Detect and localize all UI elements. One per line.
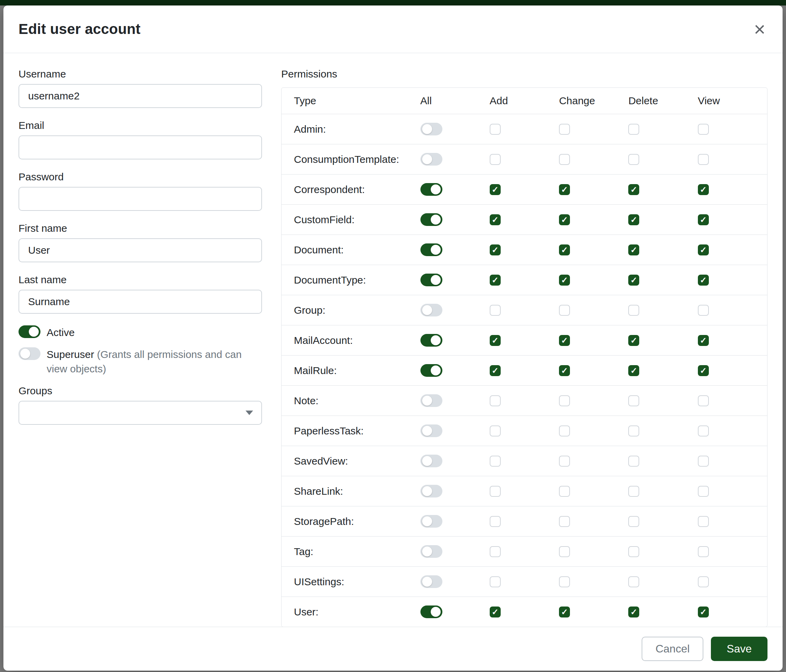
view-permission-checkbox[interactable]: ✓ (698, 184, 709, 195)
view-permission-checkbox[interactable]: ✓ (698, 606, 709, 617)
first-name-input[interactable] (19, 238, 262, 262)
change-permission-checkbox[interactable] (559, 456, 570, 466)
change-permission-checkbox[interactable] (559, 546, 570, 557)
add-permission-checkbox[interactable] (490, 546, 501, 557)
all-permissions-toggle[interactable] (420, 575, 442, 588)
view-permission-checkbox[interactable] (698, 456, 709, 466)
add-permission-checkbox[interactable]: ✓ (490, 606, 501, 617)
all-permissions-toggle[interactable] (420, 485, 442, 498)
view-permission-checkbox[interactable] (698, 124, 709, 135)
change-permission-checkbox[interactable] (559, 516, 570, 527)
all-permissions-toggle[interactable] (420, 334, 442, 347)
all-permissions-toggle[interactable] (420, 304, 442, 316)
add-permission-checkbox[interactable]: ✓ (490, 214, 501, 225)
add-permission-checkbox[interactable] (490, 486, 501, 497)
email-input[interactable] (19, 135, 262, 159)
add-permission-checkbox[interactable] (490, 395, 501, 406)
view-permission-checkbox[interactable] (698, 305, 709, 316)
view-permission-checkbox[interactable] (698, 486, 709, 497)
view-permission-checkbox[interactable] (698, 395, 709, 406)
add-permission-checkbox[interactable]: ✓ (490, 184, 501, 195)
all-permissions-toggle[interactable] (420, 424, 442, 437)
change-permission-checkbox[interactable]: ✓ (559, 335, 570, 346)
change-permission-checkbox[interactable]: ✓ (559, 275, 570, 286)
view-permission-checkbox[interactable] (698, 154, 709, 165)
change-permission-checkbox[interactable] (559, 486, 570, 497)
change-permission-checkbox[interactable] (559, 395, 570, 406)
delete-permission-checkbox[interactable] (628, 395, 639, 406)
change-permission-checkbox[interactable]: ✓ (559, 184, 570, 195)
delete-permission-checkbox[interactable] (628, 425, 639, 436)
add-permission-checkbox[interactable]: ✓ (490, 275, 501, 286)
add-permission-checkbox[interactable]: ✓ (490, 335, 501, 346)
add-permission-checkbox[interactable] (490, 154, 501, 165)
all-permissions-toggle[interactable] (420, 545, 442, 558)
view-permission-checkbox[interactable]: ✓ (698, 275, 709, 286)
change-permission-checkbox[interactable] (559, 425, 570, 436)
change-permission-checkbox[interactable]: ✓ (559, 214, 570, 225)
delete-permission-checkbox[interactable] (628, 576, 639, 587)
all-permissions-toggle[interactable] (420, 243, 442, 256)
add-permission-checkbox[interactable] (490, 456, 501, 466)
change-permission-checkbox[interactable] (559, 305, 570, 316)
view-permission-checkbox[interactable]: ✓ (698, 365, 709, 376)
change-permission-checkbox[interactable]: ✓ (559, 365, 570, 376)
groups-select[interactable] (19, 401, 262, 425)
delete-permission-checkbox[interactable] (628, 154, 639, 165)
permission-row: UISettings: (281, 567, 767, 597)
change-permission-checkbox[interactable] (559, 154, 570, 165)
delete-permission-checkbox[interactable] (628, 546, 639, 557)
add-permission-checkbox[interactable] (490, 305, 501, 316)
close-icon[interactable]: × (752, 19, 767, 39)
delete-permission-checkbox[interactable]: ✓ (628, 365, 639, 376)
all-permissions-toggle[interactable] (420, 273, 442, 286)
view-permission-checkbox[interactable]: ✓ (698, 335, 709, 346)
add-permission-checkbox[interactable]: ✓ (490, 245, 501, 256)
delete-permission-checkbox[interactable]: ✓ (628, 275, 639, 286)
add-permission-checkbox[interactable]: ✓ (490, 365, 501, 376)
delete-permission-checkbox[interactable] (628, 124, 639, 135)
all-permissions-toggle[interactable] (420, 123, 442, 135)
delete-permission-checkbox[interactable] (628, 305, 639, 316)
all-permissions-toggle[interactable] (420, 394, 442, 407)
permission-type-label: Note: (281, 395, 420, 407)
add-permission-checkbox[interactable] (490, 576, 501, 587)
add-permission-checkbox[interactable] (490, 124, 501, 135)
all-permissions-toggle[interactable] (420, 364, 442, 377)
delete-permission-checkbox[interactable]: ✓ (628, 184, 639, 195)
delete-permission-checkbox[interactable]: ✓ (628, 245, 639, 256)
delete-permission-checkbox[interactable] (628, 516, 639, 527)
change-permission-checkbox[interactable]: ✓ (559, 606, 570, 617)
add-permission-checkbox[interactable] (490, 425, 501, 436)
delete-permission-checkbox[interactable]: ✓ (628, 214, 639, 225)
delete-permission-checkbox[interactable]: ✓ (628, 335, 639, 346)
superuser-toggle[interactable] (19, 347, 41, 360)
view-permission-checkbox[interactable] (698, 516, 709, 527)
all-permissions-toggle[interactable] (420, 153, 442, 166)
view-permission-checkbox[interactable] (698, 576, 709, 587)
change-permission-checkbox[interactable] (559, 124, 570, 135)
view-permission-checkbox[interactable] (698, 546, 709, 557)
last-name-input[interactable] (19, 290, 262, 314)
password-input[interactable] (19, 187, 262, 211)
save-button[interactable]: Save (711, 637, 767, 661)
change-permission-checkbox[interactable] (559, 576, 570, 587)
add-permission-checkbox[interactable] (490, 516, 501, 527)
view-permission-checkbox[interactable]: ✓ (698, 245, 709, 256)
toggle-knob (422, 154, 432, 164)
username-input[interactable] (19, 84, 262, 108)
all-permissions-toggle[interactable] (420, 606, 442, 618)
all-permissions-toggle[interactable] (420, 183, 442, 196)
active-toggle[interactable] (19, 325, 41, 338)
change-permission-checkbox[interactable]: ✓ (559, 245, 570, 256)
view-permission-checkbox[interactable] (698, 425, 709, 436)
all-permissions-toggle[interactable] (420, 455, 442, 467)
all-permissions-toggle[interactable] (420, 515, 442, 528)
delete-permission-checkbox[interactable] (628, 486, 639, 497)
cancel-button[interactable]: Cancel (641, 637, 703, 661)
delete-permission-checkbox[interactable]: ✓ (628, 606, 639, 617)
modal-footer: Cancel Save (3, 627, 783, 670)
delete-permission-checkbox[interactable] (628, 456, 639, 466)
view-permission-checkbox[interactable]: ✓ (698, 214, 709, 225)
all-permissions-toggle[interactable] (420, 213, 442, 226)
